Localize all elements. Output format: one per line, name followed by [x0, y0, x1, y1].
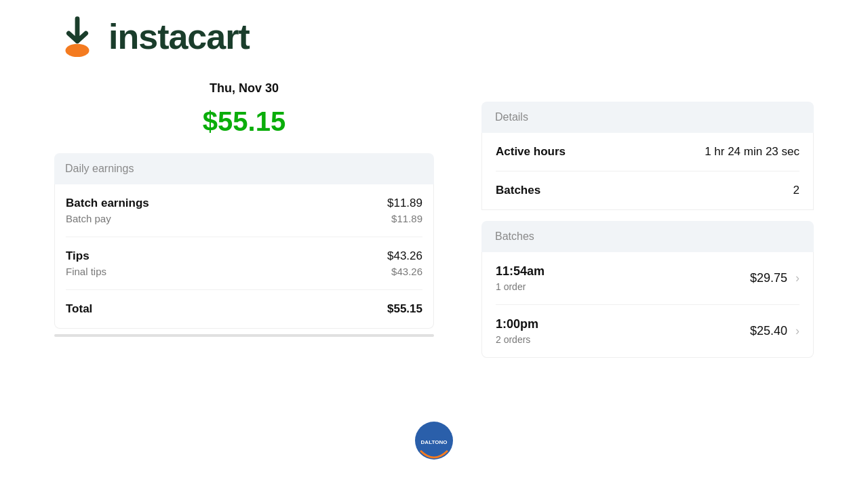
- total-value: $55.15: [387, 302, 422, 316]
- chevron-right-icon-2: ›: [795, 324, 800, 338]
- tips-row: Tips $43.26 Final tips $43.26: [66, 237, 422, 290]
- batch-2-time: 1:00pm: [496, 317, 538, 331]
- batch-1-info: 11:54am 1 order: [496, 264, 545, 292]
- details-header: Details: [481, 102, 814, 133]
- batch-1-orders: 1 order: [496, 281, 545, 292]
- batch-1-amount: $29.75: [750, 271, 787, 285]
- batch-earnings-row: Batch earnings $11.89 Batch pay $11.89: [66, 184, 422, 237]
- daily-total-amount: $55.15: [54, 106, 434, 137]
- batch-1-right: $29.75 ›: [750, 271, 800, 285]
- batch-pay-label: Batch pay: [66, 213, 111, 224]
- active-hours-row: Active hours 1 hr 24 min 23 sec: [496, 133, 800, 171]
- batch-2-amount: $25.40: [750, 324, 787, 338]
- batch-2-orders: 2 orders: [496, 334, 538, 345]
- left-panel: Thu, Nov 30 $55.15 Daily earnings Batch …: [54, 81, 434, 337]
- batch-earnings-title: Batch earnings: [66, 197, 149, 210]
- batch-row-2[interactable]: 1:00pm 2 orders $25.40 ›: [496, 305, 800, 357]
- batch-1-time: 11:54am: [496, 264, 545, 279]
- logo-text: instacart: [108, 16, 250, 57]
- batch-row-1[interactable]: 11:54am 1 order $29.75 ›: [496, 252, 800, 305]
- batch-2-info: 1:00pm 2 orders: [496, 317, 538, 345]
- progress-bar: [54, 334, 434, 337]
- batches-count-row: Batches 2: [496, 171, 800, 209]
- svg-text:DALTONO: DALTONO: [421, 439, 448, 445]
- batches-content: 11:54am 1 order $29.75 › 1:00pm 2 orders…: [481, 252, 814, 358]
- earnings-table: Batch earnings $11.89 Batch pay $11.89 T…: [54, 184, 434, 329]
- watermark: DALTONO: [400, 420, 468, 474]
- total-label: Total: [66, 302, 92, 316]
- batch-earnings-value: $11.89: [387, 197, 422, 210]
- total-row: Total $55.15: [66, 290, 422, 328]
- batch-2-right: $25.40 ›: [750, 324, 800, 338]
- chevron-right-icon-1: ›: [795, 271, 800, 285]
- active-hours-label: Active hours: [496, 145, 566, 159]
- final-tips-label: Final tips: [66, 266, 106, 277]
- daltono-watermark: DALTONO: [400, 420, 468, 474]
- batches-section-header: Batches: [481, 221, 814, 252]
- batches-count-label: Batches: [496, 184, 540, 197]
- tips-title: Tips: [66, 249, 90, 263]
- svg-point-0: [66, 44, 90, 57]
- date-label: Thu, Nov 30: [54, 81, 434, 96]
- details-content: Active hours 1 hr 24 min 23 sec Batches …: [481, 133, 814, 210]
- logo-area: instacart: [54, 14, 250, 60]
- right-panel: Details Active hours 1 hr 24 min 23 sec …: [481, 102, 814, 358]
- final-tips-value: $43.26: [391, 266, 422, 277]
- instacart-logo-icon: [54, 14, 100, 60]
- daily-earnings-header: Daily earnings: [54, 153, 434, 184]
- active-hours-value: 1 hr 24 min 23 sec: [705, 145, 800, 159]
- batches-count-value: 2: [793, 184, 800, 197]
- tips-value: $43.26: [387, 249, 422, 263]
- batch-pay-value: $11.89: [391, 213, 422, 224]
